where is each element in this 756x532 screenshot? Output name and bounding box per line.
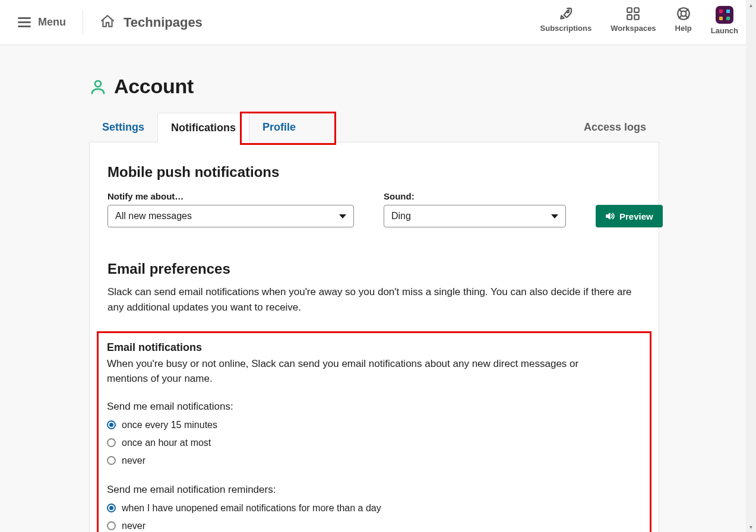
radio-label: once an hour at most (122, 438, 211, 448)
tab-profile[interactable]: Profile (249, 112, 309, 142)
email-notif-desc: When you're busy or not online, Slack ca… (107, 356, 606, 387)
notify-value: All new messages (115, 211, 192, 221)
launch-label: Launch (711, 26, 738, 35)
svg-rect-3 (628, 15, 632, 20)
notify-label: Notify me about… (107, 191, 354, 201)
scroll-down-icon[interactable]: ▾ (746, 522, 756, 532)
home-icon[interactable] (100, 14, 115, 31)
tab-settings[interactable]: Settings (89, 112, 157, 142)
scroll-up-icon[interactable]: ▴ (746, 0, 756, 10)
svg-line-7 (679, 9, 681, 11)
radio-once-hour[interactable]: once an hour at most (107, 438, 641, 448)
svg-point-11 (95, 81, 101, 87)
email-notif-title: Email notifications (107, 341, 641, 354)
tabs: Settings Notifications Profile Access lo… (89, 112, 659, 142)
grid-icon (625, 6, 641, 21)
svg-line-9 (679, 15, 681, 18)
person-icon (89, 78, 107, 96)
subscriptions-label: Subscriptions (540, 24, 592, 33)
radio-never[interactable]: never (107, 455, 641, 466)
page-title: Account (114, 75, 194, 98)
preview-label: Preview (619, 211, 653, 221)
svg-point-0 (567, 11, 569, 12)
topbar-right: Subscriptions Workspaces Help Launch (540, 0, 738, 45)
radio-icon (107, 504, 116, 512)
workspaces-link[interactable]: Workspaces (611, 6, 656, 33)
svg-rect-1 (628, 8, 632, 12)
sound-label: Sound: (384, 191, 566, 201)
reminder-label: Send me email notification reminders: (107, 484, 641, 496)
radio-icon (107, 438, 116, 447)
help-label: Help (675, 24, 692, 33)
radio-reminder-never[interactable]: never (107, 521, 641, 531)
radio-label: once every 15 minutes (122, 420, 217, 430)
tab-notifications[interactable]: Notifications (157, 113, 249, 142)
menu-label: Menu (38, 16, 66, 28)
panel: Mobile push notifications Notify me abou… (89, 142, 659, 532)
chevron-down-icon (551, 214, 558, 218)
help-icon (676, 6, 691, 21)
page-body: Account Settings Notifications Profile A… (0, 45, 756, 532)
radio-reminder-day[interactable]: when I have unopened email notifications… (107, 503, 641, 514)
topbar: Menu Technipages Subscriptions Workspace… (0, 0, 756, 45)
sound-select[interactable]: Ding (384, 205, 566, 227)
radio-label: when I have unopened email notifications… (122, 503, 381, 514)
annotation-email-highlight: Email notifications When you're busy or … (97, 331, 651, 532)
svg-rect-2 (635, 8, 640, 12)
push-title: Mobile push notifications (107, 164, 641, 180)
notify-select[interactable]: All new messages (107, 205, 354, 227)
chevron-down-icon (339, 214, 346, 218)
subscriptions-link[interactable]: Subscriptions (540, 6, 592, 33)
launch-link[interactable]: Launch (711, 6, 738, 35)
divider (83, 11, 83, 34)
scrollbar[interactable]: ▴ ▾ (746, 0, 756, 532)
svg-line-10 (685, 9, 688, 11)
page-title-row: Account (89, 75, 659, 98)
help-link[interactable]: Help (675, 6, 692, 33)
radio-once-15[interactable]: once every 15 minutes (107, 420, 641, 430)
radio-icon (107, 521, 116, 530)
brand-name[interactable]: Technipages (124, 15, 203, 30)
slack-icon (716, 6, 733, 24)
email-desc: Slack can send email notifications when … (107, 284, 641, 316)
svg-line-8 (685, 15, 688, 18)
preview-button[interactable]: Preview (596, 205, 663, 227)
push-form-row: Notify me about… All new messages Sound:… (107, 191, 641, 227)
menu-button[interactable] (18, 17, 31, 27)
send-label: Send me email notifications: (107, 401, 641, 413)
workspaces-label: Workspaces (611, 24, 656, 33)
svg-rect-4 (635, 15, 640, 20)
volume-icon (605, 211, 615, 221)
radio-label: never (122, 455, 145, 466)
rocket-icon (558, 6, 574, 21)
radio-label: never (122, 521, 145, 531)
radio-icon (107, 456, 116, 465)
access-logs-link[interactable]: Access logs (584, 121, 659, 134)
radio-icon (107, 420, 116, 429)
sound-value: Ding (391, 211, 411, 221)
email-title: Email preferences (107, 261, 641, 277)
